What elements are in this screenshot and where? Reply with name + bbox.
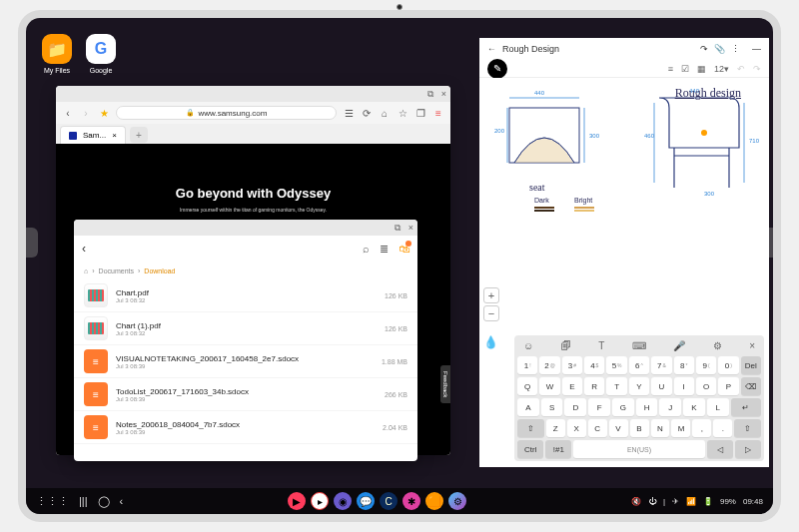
on-screen-keyboard[interactable]: ☺ 🗐 T ⌨ 🎤 ⚙ × 1!2@3#4$5%6^7&8*9(0)Del QW… xyxy=(514,335,764,461)
key-9[interactable]: 9( xyxy=(696,356,716,374)
wifi-icon[interactable]: 📶 xyxy=(686,497,696,506)
new-tab-button[interactable]: + xyxy=(130,127,148,143)
search-icon[interactable]: ⌕ xyxy=(363,243,370,255)
key-shift-left[interactable]: ⇧ xyxy=(517,419,544,437)
key-0[interactable]: 0) xyxy=(718,356,738,374)
key-F[interactable]: F xyxy=(588,398,610,416)
key-comma[interactable]: , xyxy=(692,419,711,437)
store-icon[interactable]: 🛍 xyxy=(399,243,409,255)
forward-icon[interactable]: › xyxy=(80,107,92,119)
key-arrow-right[interactable]: ▷ xyxy=(735,440,761,458)
zoom-out-button[interactable]: − xyxy=(483,305,499,321)
key-4[interactable]: 4$ xyxy=(584,356,604,374)
menu-icon[interactable]: ≡ xyxy=(432,107,444,119)
back-icon[interactable]: ‹ xyxy=(62,107,74,119)
dock-app-7[interactable]: 🟧 xyxy=(425,492,443,510)
key-S[interactable]: S xyxy=(541,398,563,416)
key-X[interactable]: X xyxy=(567,419,586,437)
key-V[interactable]: V xyxy=(609,419,628,437)
canvas[interactable]: 440200300 440460300710 DarkBright Rough … xyxy=(479,78,769,467)
popup-icon[interactable]: ⧉ xyxy=(395,223,400,234)
key-R[interactable]: R xyxy=(584,377,604,395)
close-icon[interactable]: × xyxy=(408,223,413,233)
key-8[interactable]: 8* xyxy=(674,356,694,374)
recents-icon[interactable]: ||| xyxy=(79,495,88,508)
key-T[interactable]: T xyxy=(606,377,626,395)
dock-app-3[interactable]: ◉ xyxy=(334,492,352,510)
popup-icon[interactable]: ⧉ xyxy=(427,89,433,100)
favorite-icon[interactable]: ☆ xyxy=(397,107,408,119)
key-3[interactable]: 3# xyxy=(562,356,582,374)
undo-icon[interactable]: ↶ xyxy=(737,64,745,74)
clock[interactable]: 09:48 xyxy=(743,497,763,506)
key-M[interactable]: M xyxy=(671,419,690,437)
key-E[interactable]: E xyxy=(562,377,582,395)
close-icon[interactable]: × xyxy=(441,89,446,99)
key-5[interactable]: 5% xyxy=(606,356,626,374)
apps-grid-icon[interactable]: ⋮⋮⋮ xyxy=(36,495,69,508)
file-row[interactable]: ≡ VISUALNOTETAKING_200617_160458_2e7.sdo… xyxy=(74,345,417,378)
key-backspace[interactable]: ⌫ xyxy=(741,377,761,395)
text-mode-icon[interactable]: T xyxy=(598,340,604,351)
attach-icon[interactable]: 📎 xyxy=(714,44,725,54)
address-bar[interactable]: 🔒 www.samsung.com xyxy=(116,106,337,120)
home-icon[interactable]: ⌂ xyxy=(379,107,391,119)
brush-tool-icon[interactable]: ✎ xyxy=(487,59,507,79)
more-icon[interactable]: ⋮ xyxy=(731,44,740,54)
text-align-icon[interactable]: ≡ xyxy=(668,64,673,74)
key-6[interactable]: 6^ xyxy=(629,356,649,374)
close-tab-icon[interactable]: × xyxy=(112,131,117,140)
home-button-icon[interactable]: ◯ xyxy=(98,495,110,508)
key-Z[interactable]: Z xyxy=(546,419,565,437)
dock-app-2[interactable]: ▸ xyxy=(311,492,329,510)
tab-samsung[interactable]: Sam... × xyxy=(60,126,126,144)
key-shift-right[interactable]: ⇧ xyxy=(734,419,761,437)
back-nav-icon[interactable]: ‹ xyxy=(120,495,124,508)
key-P[interactable]: P xyxy=(718,377,738,395)
key-I[interactable]: I xyxy=(674,377,694,395)
key-space[interactable]: EN(US) xyxy=(573,440,704,458)
back-button[interactable]: ‹ xyxy=(82,242,86,256)
key-symbols[interactable]: !#1 xyxy=(545,440,571,458)
key-Q[interactable]: Q xyxy=(517,377,537,395)
reader-icon[interactable]: ☰ xyxy=(343,107,355,119)
window-titlebar[interactable]: ⧉ × xyxy=(74,220,417,236)
app-my-files[interactable]: 📁 My Files xyxy=(42,34,72,74)
file-row[interactable]: ≡ TodoList_200617_171603_34b.sdocx Jul 3… xyxy=(74,378,417,411)
key-B[interactable]: B xyxy=(630,419,649,437)
crumb-home[interactable]: ⌂ xyxy=(84,267,88,274)
key-7[interactable]: 7& xyxy=(651,356,671,374)
dock-app-6[interactable]: ✱ xyxy=(402,492,420,510)
note-title[interactable]: Rough Design xyxy=(502,44,559,54)
zoom-in-button[interactable]: + xyxy=(483,287,499,303)
file-list[interactable]: Chart.pdf Jul 3 08:32 126 KB Chart (1).p… xyxy=(74,279,417,461)
clipboard-icon[interactable]: 🗐 xyxy=(561,340,571,351)
minimize-icon[interactable]: — xyxy=(752,44,761,54)
files-window[interactable]: ⧉ × ‹ ⌕ ≣ 🛍 ⌂ › Documents › Download Cha… xyxy=(74,220,417,461)
refresh-icon[interactable]: ⟳ xyxy=(361,107,373,119)
key-W[interactable]: W xyxy=(539,377,559,395)
power-icon[interactable]: ⏻ xyxy=(648,497,656,506)
key-2[interactable]: 2@ xyxy=(539,356,559,374)
key-K[interactable]: K xyxy=(683,398,705,416)
file-row[interactable]: ≡ Notes_200618_084004_7b7.sdocx Jul 3 08… xyxy=(74,411,417,444)
key-C[interactable]: C xyxy=(588,419,607,437)
key-enter[interactable]: ↵ xyxy=(731,398,761,416)
keyboard-mode-icon[interactable]: ⌨ xyxy=(632,340,646,351)
tabs-icon[interactable]: ❐ xyxy=(414,107,426,119)
color-picker-icon[interactable]: 💧 xyxy=(483,335,498,349)
list-view-icon[interactable]: ≣ xyxy=(380,243,389,256)
crumb-documents[interactable]: Documents xyxy=(99,267,134,274)
file-row[interactable]: Chart (1).pdf Jul 3 08:32 126 KB xyxy=(74,312,417,345)
settings-icon[interactable]: ⚙ xyxy=(713,340,722,351)
emoji-icon[interactable]: ☺ xyxy=(523,340,533,351)
key-arrow-left[interactable]: ◁ xyxy=(707,440,733,458)
key-A[interactable]: A xyxy=(517,398,539,416)
table-icon[interactable]: ▦ xyxy=(697,64,706,74)
key-H[interactable]: H xyxy=(636,398,658,416)
key-Del[interactable]: Del xyxy=(741,356,761,374)
back-icon[interactable]: ← xyxy=(487,44,496,54)
mute-icon[interactable]: 🔇 xyxy=(631,497,641,506)
airplane-icon[interactable]: ✈ xyxy=(672,497,679,506)
crumb-download[interactable]: Download xyxy=(144,267,175,274)
